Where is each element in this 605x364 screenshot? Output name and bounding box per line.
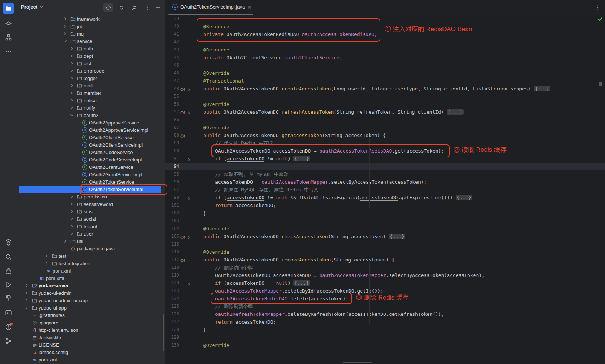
code-line-95[interactable]: 95// 获取不到, 从 MySQL 中获取 — [165, 170, 605, 178]
code-line-130[interactable]: 130@Override — [165, 341, 605, 349]
close-icon[interactable] — [247, 5, 252, 9]
tree-item-service[interactable]: service — [17, 37, 165, 45]
code-line-45[interactable]: 45 — [165, 61, 605, 69]
code-line-43[interactable]: 43@Resource — [165, 46, 605, 54]
chevron-collapsed-icon[interactable] — [70, 224, 74, 228]
tree-item-oauth2grantservice[interactable]: IOAuth2GrantService — [17, 163, 165, 171]
activity-build-icon[interactable] — [3, 293, 14, 304]
tree-item-pom-xml[interactable]: mpom.xml — [17, 267, 165, 274]
code-line-101[interactable]: 101return accessTokenDO; — [165, 201, 605, 209]
activity-search-icon[interactable] — [3, 251, 14, 263]
chevron-collapsed-icon[interactable] — [63, 239, 67, 243]
activity-debug-icon[interactable] — [3, 265, 14, 277]
code-line-120[interactable]: 120if (accessTokenDO == null) {...} — [165, 279, 605, 287]
code-line-46[interactable]: 46@Override — [165, 69, 605, 77]
activity-project-icon[interactable] — [3, 3, 14, 14]
code-line-56[interactable]: 56@Override — [165, 100, 605, 108]
chevron-collapsed-icon[interactable] — [70, 91, 74, 95]
code-line-116[interactable]: 116@Override — [165, 248, 605, 256]
code-line-57[interactable]: 57public OAuth2AccessTokenDO refreshAcce… — [165, 108, 605, 116]
tree-item-sms[interactable]: sms — [17, 208, 165, 215]
tree-item-errorcode[interactable]: errorcode — [17, 67, 165, 74]
scrollbar-mark[interactable] — [599, 82, 602, 86]
tree-item-license[interactable]: LICENSE — [17, 341, 165, 348]
inspection-ok-icon[interactable] — [597, 16, 603, 23]
code-line-129[interactable]: 129 — [165, 334, 605, 341]
chevron-collapsed-icon[interactable] — [70, 209, 74, 214]
project-tree-scrollbar[interactable] — [163, 314, 164, 351]
tree-item-dict[interactable]: dict — [17, 60, 165, 67]
chevron-collapsed-icon[interactable] — [70, 83, 74, 88]
activity-run-icon[interactable] — [3, 279, 14, 290]
activity-problems-icon[interactable] — [3, 321, 14, 333]
activity-services-icon[interactable] — [3, 236, 14, 248]
tree-item-oauth2grantserviceimpl[interactable]: COAuth2GrantServiceImpl — [17, 171, 165, 178]
tree-item-yudao-ui-admin[interactable]: yudao-ui-admin — [17, 289, 165, 297]
chevron-expanded-icon[interactable] — [63, 39, 67, 43]
chevron-collapsed-icon[interactable] — [44, 261, 49, 266]
code-line-88[interactable]: 88public OAuth2AccessTokenDO getAccessTo… — [165, 131, 605, 139]
tree-item--gitattributes[interactable]: .gitattributes — [17, 311, 165, 319]
code-line-96[interactable]: 96accessTokenDO = oauth2AccessTokenMappe… — [165, 178, 605, 186]
tree-item-oauth2tokenserviceimpl[interactable]: COAuth2TokenServiceImpl — [17, 186, 165, 193]
tree-item-member[interactable]: member — [17, 89, 165, 97]
tree-item-tenant[interactable]: tenant — [17, 223, 165, 230]
tree-item-social[interactable]: social — [17, 215, 165, 223]
chevron-collapsed-icon[interactable] — [70, 202, 74, 206]
code-line-127[interactable]: 127return accessTokenDO; — [165, 318, 605, 326]
tree-item-logger[interactable]: logger — [17, 74, 165, 82]
tree-item-pom-xml[interactable]: mpom.xml — [17, 356, 165, 363]
chevron-collapsed-icon[interactable] — [44, 254, 49, 258]
tree-item-oauth2approveservice[interactable]: IOAuth2ApproveService — [17, 119, 165, 126]
code-line-103[interactable]: 103 — [165, 217, 605, 225]
activity-terminal-icon[interactable] — [3, 307, 14, 318]
tree-item-oauth2codeserviceimpl[interactable]: COAuth2CodeServiceImpl — [17, 156, 165, 163]
tree-item-test[interactable]: test — [17, 252, 165, 260]
horizontal-scrollbar[interactable] — [343, 362, 372, 363]
code-line-104[interactable]: 104@Override — [165, 225, 605, 233]
chevron-collapsed-icon[interactable] — [63, 24, 67, 29]
chevron-collapsed-icon[interactable] — [70, 98, 74, 103]
code-line-87[interactable]: 87@Override — [165, 124, 605, 131]
chevron-collapsed-icon[interactable] — [24, 291, 29, 295]
chevron-collapsed-icon[interactable] — [24, 283, 29, 288]
code-line-47[interactable]: 47@Transactional — [165, 77, 605, 85]
tree-item-util[interactable]: util — [17, 237, 165, 245]
tree-item-sensitiveword[interactable]: sensitiveword — [17, 200, 165, 208]
tree-item-yudao-ui-admin-uniapp[interactable]: yudao-ui-admin-uniapp — [17, 297, 165, 304]
chevron-collapsed-icon[interactable] — [70, 46, 74, 51]
code-line-119[interactable]: 119OAuth2AccessTokenDO accessTokenDO = o… — [165, 271, 605, 279]
tree-item-framework[interactable]: framework — [17, 15, 165, 23]
tree-item-oauth2[interactable]: oauth2 — [17, 111, 165, 119]
tree-item-lombok-config[interactable]: lombok.config — [17, 348, 165, 356]
activity-version-control-icon[interactable] — [3, 335, 14, 347]
chevron-collapsed-icon[interactable] — [24, 298, 29, 303]
code-line-86[interactable]: 86 — [165, 116, 605, 124]
tree-item-job[interactable]: job — [17, 23, 165, 30]
code-line-94[interactable]: 94 — [165, 163, 605, 170]
tree-item-oauth2clientserviceimpl[interactable]: COAuth2ClientServiceImpl — [17, 141, 165, 148]
activity-more-icon[interactable] — [3, 46, 14, 57]
tree-item-oauth2clientservice[interactable]: IOAuth2ClientService — [17, 134, 165, 141]
tree-item-notify[interactable]: notify — [17, 104, 165, 111]
tree-item-user[interactable]: user — [17, 230, 165, 237]
code-line-128[interactable]: 128} — [165, 326, 605, 334]
code-line-117[interactable]: 117public OAuth2AccessTokenDO removeAcce… — [165, 256, 605, 264]
tree-item-test-integration[interactable]: test-integration — [17, 260, 165, 267]
code-line-48[interactable]: 48public OAuth2AccessTokenDO createAcces… — [165, 85, 605, 93]
chevron-collapsed-icon[interactable] — [70, 217, 74, 221]
tree-item-oauth2approveserviceimpl[interactable]: COAuth2ApproveServiceImpl — [17, 126, 165, 134]
tree-item-dept[interactable]: dept — [17, 52, 165, 60]
editor-tab[interactable]: C OAuth2TokenServiceImpl.java — [168, 0, 255, 14]
chevron-collapsed-icon[interactable] — [70, 76, 74, 80]
code-line-44[interactable]: 44private OAuth2ClientService oauth2Clie… — [165, 54, 605, 61]
code-line-105[interactable]: 105public OAuth2AccessTokenDO checkAcces… — [165, 233, 605, 240]
chevron-collapsed-icon[interactable] — [70, 69, 74, 73]
tree-item-mq[interactable]: mq — [17, 30, 165, 37]
chevron-collapsed-icon[interactable] — [70, 106, 74, 110]
code-editor[interactable]: 3940@Resource41private OAuth2AccessToken… — [165, 15, 605, 364]
tree-item-oauth2codeservice[interactable]: IOAuth2CodeService — [17, 148, 165, 156]
code-line-115[interactable]: 115 — [165, 240, 605, 248]
tree-item-auth[interactable]: auth — [17, 45, 165, 52]
tree-item-yudao-ui-app[interactable]: yudao-ui-app — [17, 304, 165, 311]
